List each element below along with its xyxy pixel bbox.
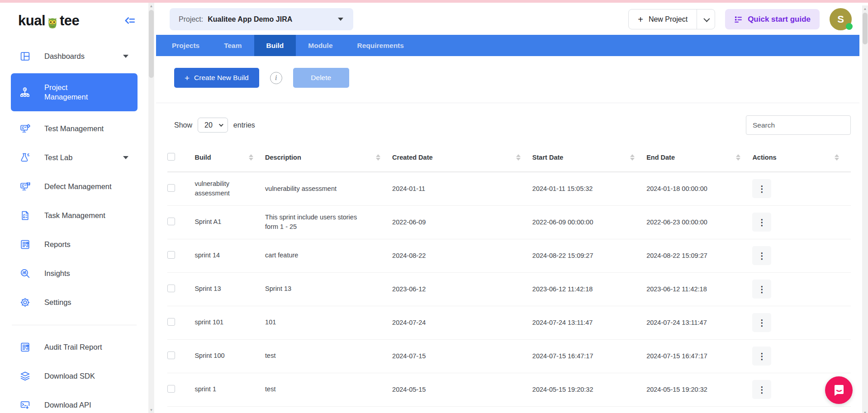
scroll-up-icon[interactable]: ▲ — [862, 5, 868, 12]
sidebar-item-label: Test Lab — [44, 153, 72, 162]
select-all-checkbox[interactable] — [167, 153, 175, 161]
tab-label: Build — [266, 42, 284, 50]
build-cell: sprint 14 — [194, 239, 265, 272]
sidebar-item-audit-trail-report[interactable]: Audit Trail Report — [0, 332, 148, 361]
row-actions-menu-button[interactable]: ⋮ — [752, 213, 771, 232]
header-actions: + New Project Quick start guide S — [628, 8, 852, 30]
table-row: sprint 1011012024-07-242024-07-24 13:11:… — [167, 306, 851, 339]
sidebar-item-settings[interactable]: Settings — [0, 288, 148, 317]
sidebar-item-test-management[interactable]: Test Management — [0, 114, 148, 143]
row-actions-menu-button[interactable]: ⋮ — [752, 179, 771, 198]
column-header-build[interactable]: Build — [194, 143, 265, 172]
scroll-up-icon[interactable]: ▲ — [148, 3, 154, 9]
created-date-cell: 2024-05-15 — [392, 373, 532, 406]
tab-build[interactable]: Build — [254, 35, 296, 56]
sidebar-item-reports[interactable]: Reports — [0, 230, 148, 259]
create-new-build-button[interactable]: + Create New Build — [174, 68, 259, 88]
chat-launcher-button[interactable] — [825, 376, 853, 404]
page-scrollbar-thumb[interactable] — [863, 13, 868, 44]
actions-cell: ⋮ — [752, 205, 851, 239]
new-project-dropdown-button[interactable] — [697, 9, 715, 29]
kebab-icon: ⋮ — [758, 385, 766, 394]
sort-icon[interactable] — [835, 154, 839, 161]
actions-cell: ⋮ — [752, 339, 851, 373]
row-checkbox[interactable] — [167, 251, 175, 259]
project-selector[interactable]: Project: Kualitee App Demo JIRA — [170, 8, 353, 30]
sort-icon[interactable] — [249, 154, 253, 161]
table-row: sprint 1test2024-05-152024-05-15 19:20:3… — [167, 373, 851, 406]
sort-icon[interactable] — [376, 154, 380, 161]
start-date-cell: 2024-05-15 19:20:32 — [532, 373, 646, 406]
row-checkbox[interactable] — [167, 385, 175, 393]
sidebar-scrollbar-thumb[interactable] — [149, 10, 154, 78]
row-actions-menu-button[interactable]: ⋮ — [752, 313, 771, 332]
sidebar-item-task-management[interactable]: Task Management — [0, 201, 148, 230]
created-date-cell: 2024-07-15 — [392, 339, 532, 373]
tab-team[interactable]: Team — [212, 35, 254, 56]
row-actions-menu-button[interactable]: ⋮ — [752, 280, 771, 299]
sidebar-scrollbar[interactable]: ▲ ▼ — [148, 3, 154, 413]
sidebar-item-insights[interactable]: Insights — [0, 259, 148, 288]
description-cell: 101 — [265, 306, 392, 339]
plus-icon: + — [185, 74, 190, 82]
row-checkbox[interactable] — [167, 318, 175, 326]
delete-button[interactable]: Delete — [293, 68, 349, 88]
kebab-icon: ⋮ — [758, 218, 766, 227]
table-controls: Show 20 entries — [156, 103, 859, 135]
table-row: Sprint A1This sprint include users stori… — [167, 205, 851, 239]
sidebar-section-divider — [12, 325, 137, 325]
sort-icon[interactable] — [736, 154, 740, 161]
row-actions-menu-button[interactable]: ⋮ — [752, 347, 771, 366]
sidebar-item-defect-management[interactable]: Defect Management — [0, 172, 148, 201]
column-header-created-date[interactable]: Created Date — [392, 143, 532, 172]
sort-icon[interactable] — [516, 154, 521, 161]
sidebar-item-label: Settings — [44, 298, 71, 307]
sidebar-item-download-api[interactable]: Download API — [0, 390, 148, 413]
sidebar-item-download-sdk[interactable]: Download SDK — [0, 361, 148, 390]
build-content: + Create New Build i Delete Show 20 ent — [156, 56, 859, 407]
scroll-down-icon[interactable]: ▼ — [148, 407, 154, 413]
actions-cell: ⋮ — [752, 239, 851, 272]
row-checkbox[interactable] — [167, 218, 175, 225]
new-project-button[interactable]: + New Project — [629, 9, 697, 29]
page-scrollbar[interactable]: ▲ ▼ — [862, 5, 868, 413]
tab-requirements[interactable]: Requirements — [345, 35, 416, 56]
column-header-end-date[interactable]: End Date — [646, 143, 752, 172]
sidebar-item-label: Insights — [44, 269, 70, 278]
page-size-select[interactable]: 20 — [198, 118, 228, 133]
table-row: Sprint 100test2024-07-152024-07-15 16:47… — [167, 339, 851, 373]
column-header-description[interactable]: Description — [265, 143, 392, 172]
column-header-start-date[interactable]: Start Date — [532, 143, 646, 172]
search-input[interactable] — [746, 115, 851, 135]
tab-projects[interactable]: Projects — [160, 35, 212, 56]
sidebar-item-test-lab[interactable]: Test Lab — [0, 143, 148, 172]
table-row: Sprint 13Sprint 132023-06-122023-06-12 1… — [167, 272, 851, 306]
sort-icon[interactable] — [630, 154, 635, 161]
end-date-cell: 2024-07-15 16:47:17 — [646, 339, 752, 373]
checklist-icon — [734, 15, 742, 24]
sidebar-item-project-management[interactable]: Project Management — [11, 73, 138, 111]
kebab-icon: ⋮ — [758, 252, 766, 260]
quick-start-guide-button[interactable]: Quick start guide — [725, 9, 820, 29]
user-avatar[interactable]: S — [830, 8, 852, 30]
collapse-sidebar-button[interactable] — [124, 15, 136, 26]
row-checkbox[interactable] — [167, 184, 175, 192]
chevron-down-icon — [123, 55, 128, 58]
collapse-sidebar-icon — [124, 15, 136, 26]
tab-module[interactable]: Module — [296, 35, 345, 56]
page-size-value: 20 — [204, 121, 213, 129]
end-date-cell: 2022-06-23 00:00:00 — [646, 205, 752, 239]
column-header-actions[interactable]: Actions — [752, 143, 851, 172]
start-date-cell: 2022-06-09 00:00:00 — [532, 205, 646, 239]
info-icon[interactable]: i — [270, 72, 282, 84]
scroll-down-icon[interactable]: ▼ — [862, 409, 868, 413]
sidebar-item-label: Test Management — [44, 124, 104, 133]
row-checkbox[interactable] — [167, 285, 175, 292]
row-actions-menu-button[interactable]: ⋮ — [752, 246, 771, 265]
row-actions-menu-button[interactable]: ⋮ — [752, 380, 771, 399]
sidebar-item-dashboards[interactable]: Dashboards — [0, 42, 148, 71]
audit-trail-icon — [19, 342, 31, 353]
row-checkbox-cell — [167, 339, 194, 373]
row-checkbox[interactable] — [167, 351, 175, 359]
sidebar-nav: Dashboards Project Management Test Manag… — [0, 36, 148, 413]
